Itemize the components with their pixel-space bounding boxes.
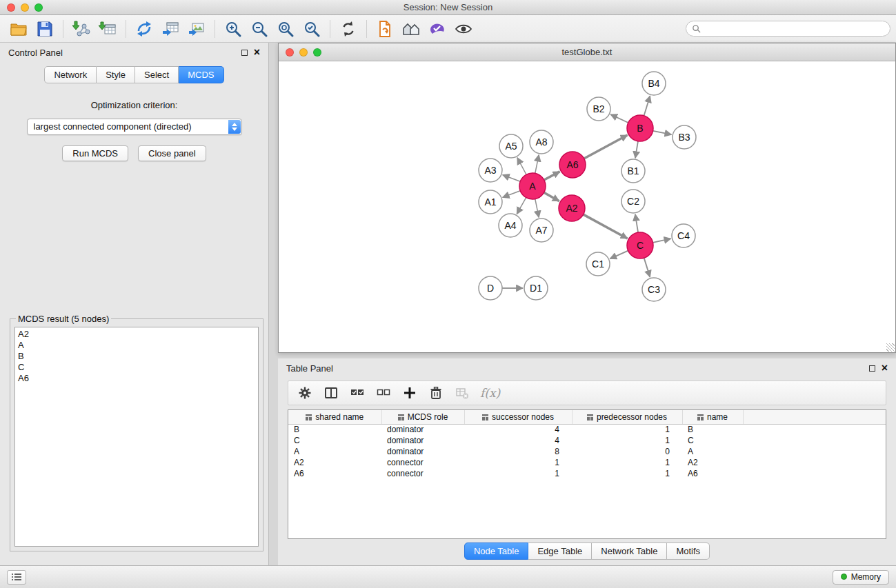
column-header[interactable]: name (682, 410, 743, 424)
node-A6[interactable]: A6 (559, 152, 586, 178)
mcds-result-item[interactable]: B (18, 351, 255, 362)
mcds-result-list[interactable]: A2ABCA6 (14, 327, 259, 547)
save-session-button[interactable] (32, 17, 58, 41)
edge-B-B2[interactable] (610, 114, 628, 123)
tab-motifs[interactable]: Motifs (667, 543, 710, 560)
select-mode-button[interactable] (424, 17, 450, 41)
zoom-out-button[interactable] (246, 17, 272, 41)
node-A5[interactable]: A5 (499, 134, 523, 158)
node-C3[interactable]: C3 (642, 278, 666, 301)
table-row[interactable]: Adominator80A (288, 446, 886, 457)
network-canvas[interactable]: B4B2BB3A8A5A6A3B1AC2A1A2A4A7C4CC1DD1C3 (279, 61, 895, 352)
table-settings-button[interactable] (297, 385, 313, 401)
network-graph[interactable]: B4B2BB3A8A5A6A3B1AC2A1A2A4A7C4CC1DD1C3 (279, 61, 895, 352)
edge-A-A1[interactable] (503, 191, 520, 198)
mcds-result-item[interactable]: A2 (18, 329, 255, 340)
edge-C-C2[interactable] (635, 214, 638, 232)
node-A1[interactable]: A1 (479, 190, 502, 214)
node-A7[interactable]: A7 (530, 219, 553, 242)
mcds-result-item[interactable]: A6 (18, 373, 255, 384)
node-B[interactable]: B (627, 115, 653, 141)
node-A8[interactable]: A8 (530, 130, 553, 154)
column-header[interactable]: predecessor nodes (572, 410, 682, 424)
tab-select[interactable]: Select (135, 66, 179, 83)
edge-A-A2[interactable] (544, 192, 559, 201)
import-network-button[interactable] (68, 17, 94, 41)
run-mcds-button[interactable]: Run MCDS (62, 145, 128, 161)
tab-node-table[interactable]: Node Table (464, 543, 529, 560)
node-table[interactable]: shared nameMCDS rolesuccessor nodesprede… (288, 409, 886, 539)
import-table-button[interactable] (94, 17, 121, 41)
tab-edge-table[interactable]: Edge Table (528, 543, 592, 560)
node-B2[interactable]: B2 (587, 97, 610, 121)
delete-row-button[interactable] (428, 385, 444, 401)
memory-button[interactable]: Memory (833, 570, 889, 585)
unselect-all-button[interactable] (375, 385, 392, 401)
export-network-button[interactable] (131, 17, 157, 41)
add-row-button[interactable] (401, 385, 418, 401)
edge-B-B1[interactable] (635, 141, 638, 158)
edge-A2-C[interactable] (584, 214, 628, 239)
edge-A-A7[interactable] (535, 199, 539, 218)
edge-A6-B[interactable] (584, 135, 628, 159)
zoom-selected-button[interactable] (299, 17, 325, 41)
close-panel-icon[interactable]: × (254, 49, 260, 56)
table-row[interactable]: A6connector11A6 (288, 468, 886, 479)
table-row[interactable]: Cdominator41C (288, 435, 886, 446)
column-header[interactable]: MCDS role (381, 410, 464, 424)
node-A4[interactable]: A4 (499, 214, 522, 237)
show-panels-button[interactable] (7, 570, 26, 585)
node-A3[interactable]: A3 (479, 159, 502, 182)
node-B1[interactable]: B1 (621, 159, 645, 183)
node-C[interactable]: C (627, 232, 653, 258)
open-recent-session-button[interactable] (372, 17, 398, 41)
edge-C-C1[interactable] (610, 251, 628, 259)
show-columns-button[interactable] (323, 385, 339, 401)
edge-C-C3[interactable] (644, 258, 650, 277)
resize-grip[interactable] (886, 343, 895, 352)
zoom-fit-button[interactable] (272, 17, 299, 41)
node-C1[interactable]: C1 (586, 252, 610, 276)
edge-A-A4[interactable] (517, 198, 526, 214)
node-A[interactable]: A (519, 173, 546, 199)
edge-B-B4[interactable] (644, 96, 650, 116)
export-table-button[interactable] (157, 17, 183, 41)
mcds-result-item[interactable]: A (18, 340, 255, 351)
table-row[interactable]: Bdominator41B (288, 424, 886, 435)
edge-A-A8[interactable] (535, 155, 539, 174)
open-session-button[interactable] (6, 17, 32, 41)
search-input[interactable] (704, 24, 884, 34)
tab-style[interactable]: Style (97, 66, 135, 83)
column-header[interactable]: successor nodes (464, 410, 572, 424)
search-field[interactable] (686, 21, 890, 37)
edge-B-B3[interactable] (653, 131, 672, 134)
function-builder-button[interactable]: f(x) (480, 386, 500, 400)
edge-A-A6[interactable] (544, 172, 560, 180)
select-all-button[interactable] (349, 385, 366, 401)
window-titlebar[interactable]: Session: New Session (0, 0, 896, 15)
tab-network[interactable]: Network (44, 66, 97, 83)
edge-A-A3[interactable] (503, 175, 520, 182)
table-row[interactable]: A2connector11A2 (288, 457, 886, 468)
criterion-dropdown[interactable]: largest connected component (directed) (27, 119, 242, 135)
show-hide-details-button[interactable] (450, 17, 477, 41)
export-image-button[interactable] (183, 17, 210, 41)
node-C2[interactable]: C2 (621, 190, 645, 213)
node-A2[interactable]: A2 (559, 195, 585, 221)
close-table-panel-icon[interactable]: × (882, 365, 888, 372)
edge-A-A5[interactable] (517, 158, 526, 174)
close-panel-button[interactable]: Close panel (138, 145, 206, 161)
zoom-in-button[interactable] (220, 17, 246, 41)
refresh-view-button[interactable] (335, 17, 361, 41)
tab-network-table[interactable]: Network Table (592, 543, 667, 560)
delete-table-button[interactable] (454, 385, 470, 401)
node-D[interactable]: D (479, 276, 502, 300)
first-neighbors-button[interactable] (398, 17, 424, 41)
node-B4[interactable]: B4 (642, 72, 666, 95)
node-B3[interactable]: B3 (673, 125, 696, 149)
node-D1[interactable]: D1 (524, 276, 548, 300)
network-maximize-button[interactable] (313, 48, 321, 57)
network-minimize-button[interactable] (299, 48, 308, 57)
mcds-result-item[interactable]: C (18, 362, 255, 373)
network-window-titlebar[interactable]: testGlobe.txt (279, 43, 895, 61)
